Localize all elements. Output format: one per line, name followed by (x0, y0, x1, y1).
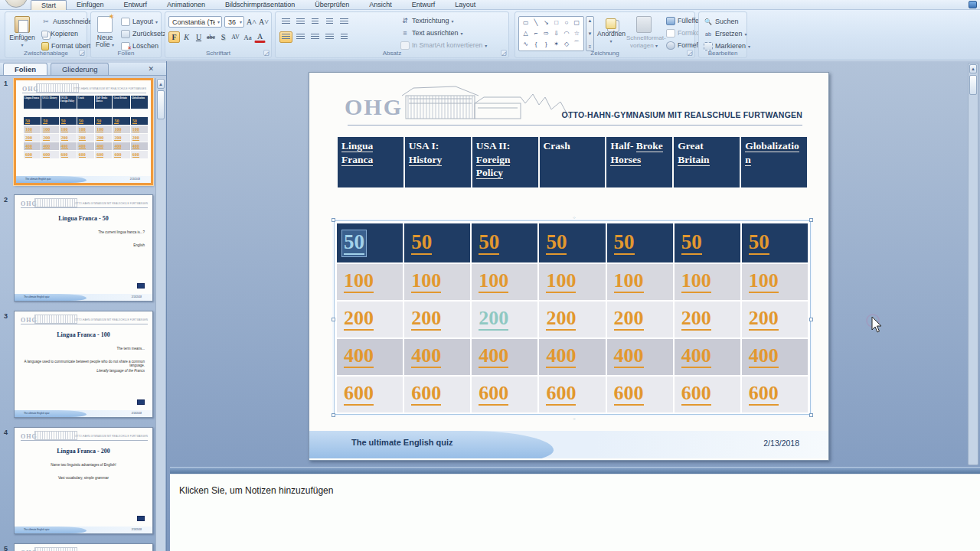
increase-indent-button[interactable] (323, 16, 336, 28)
selection-handle[interactable] (809, 318, 813, 321)
find-button[interactable]: Suchen (701, 16, 753, 27)
board-cell-100[interactable]: 100 (337, 264, 403, 300)
shape-icon[interactable]: ⌐ (531, 28, 541, 39)
board-cell-50[interactable]: 50 (607, 223, 673, 262)
board-cell-50[interactable]: 50 (675, 223, 740, 262)
text-shadow-button[interactable]: S (217, 31, 229, 43)
ribbon-tab-layout[interactable]: Layout (445, 0, 485, 10)
help-icon[interactable] (969, 1, 977, 8)
slide-thumbnail-1[interactable]: OHGOTTO-HAHN-GYMNASIUM MIT REALSCHULE FU… (14, 78, 153, 185)
font-dialog-launcher[interactable]: ◿ (263, 50, 270, 56)
slide-thumbnail-5[interactable]: OHGOTTO-HAHN-GYMNASIUM MIT REALSCHULE FU… (14, 543, 153, 551)
scroll-up-icon[interactable]: ▲ (969, 64, 977, 73)
shape-icon[interactable]: ⌒ (572, 39, 582, 50)
board-cell-200[interactable]: 200 (337, 302, 403, 337)
ribbon-tab-überprüfen[interactable]: Überprüfen (305, 0, 359, 10)
office-button[interactable] (5, 0, 28, 8)
board-cell-200[interactable]: 200 (675, 302, 740, 337)
ribbon-tab-start[interactable]: Start (31, 0, 67, 10)
align-center-button[interactable] (294, 31, 307, 43)
board-cell-400[interactable]: 400 (539, 339, 605, 375)
slide-thumbnail-2[interactable]: OHGOTTO-HAHN-GYMNASIUM MIT REALSCHULE FU… (14, 194, 153, 302)
italic-button[interactable]: K (181, 31, 192, 43)
category-cell[interactable]: Lingua Franca (338, 137, 403, 187)
board-cell-200[interactable]: 200 (404, 302, 470, 337)
category-cell[interactable]: Globalization (741, 137, 807, 187)
board-cell-600[interactable]: 600 (404, 377, 470, 412)
board-cell-400[interactable]: 400 (337, 339, 403, 375)
board-cell-50[interactable]: 50 (404, 223, 470, 262)
font-family-combo[interactable]: Constantia (Textk▾ (168, 16, 222, 28)
board-cell-100[interactable]: 100 (742, 264, 808, 300)
board-cell-600[interactable]: 600 (742, 377, 808, 412)
board-cell-600[interactable]: 600 (472, 377, 537, 412)
selection-handle[interactable] (809, 218, 813, 222)
line-spacing-button[interactable] (338, 16, 351, 28)
grow-font-button[interactable]: A˄ (246, 16, 257, 28)
columns-button[interactable] (338, 31, 351, 43)
editor-scrollbar[interactable]: ▲ (968, 63, 978, 465)
shape-icon[interactable]: ⇩ (551, 28, 561, 39)
board-cell-200[interactable]: 200 (742, 302, 808, 337)
board-cell-50[interactable]: 50 (539, 223, 605, 262)
shape-icon[interactable]: { (531, 39, 541, 50)
shape-icon[interactable]: ◠ (561, 28, 571, 39)
tab-gliederung[interactable]: Gliederung (51, 63, 109, 75)
selection-handle[interactable]: ⁘ (573, 214, 577, 220)
slide-thumbnail-4[interactable]: OHGOTTO-HAHN-GYMNASIUM MIT REALSCHULE FU… (14, 427, 153, 534)
shape-icon[interactable]: △ (521, 28, 531, 39)
new-slide-button[interactable]: Neue Folie ▾ (92, 15, 118, 51)
board-cell-100[interactable]: 100 (404, 264, 470, 300)
align-right-button[interactable] (309, 31, 322, 43)
scroll-up-icon[interactable]: ▲ (157, 79, 165, 89)
shape-icon[interactable]: ▭ (521, 18, 531, 28)
board-cell-100[interactable]: 100 (607, 264, 673, 300)
shape-icon[interactable]: ∿ (521, 39, 531, 50)
change-case-button[interactable]: Aa (242, 31, 253, 43)
shape-icon[interactable]: ╲ (531, 18, 541, 28)
shape-icon[interactable]: ◇ (561, 39, 571, 50)
category-cell[interactable]: Crash (540, 137, 606, 187)
panel-scrollbar[interactable]: ▲ (155, 78, 165, 551)
board-cell-200[interactable]: 200 (472, 302, 537, 337)
notes-pane[interactable]: Klicken Sie, um Notizen hinzuzufügen (170, 474, 980, 551)
slide-thumbnail-3[interactable]: OHGOTTO-HAHN-GYMNASIUM MIT REALSCHULE FU… (14, 311, 153, 418)
shapes-gallery[interactable]: ▭╲↘□○▢△⌐⇨⇩◠☆∿{}✶◇⌒ (518, 16, 584, 51)
selection-handle[interactable] (332, 318, 335, 321)
category-cell[interactable]: Great Britain (674, 137, 740, 187)
ribbon-tab-einfügen[interactable]: Einfügen (67, 0, 114, 10)
ribbon-tab-entwurf[interactable]: Entwurf (114, 0, 158, 10)
paste-button[interactable]: Einfügen ▾ (7, 15, 38, 51)
board-cell-400[interactable]: 400 (472, 339, 537, 375)
arrange-button[interactable]: Anordnen ▾ (596, 15, 626, 51)
notes-splitter[interactable] (170, 467, 980, 474)
board-cell-600[interactable]: 600 (337, 377, 403, 412)
text-direction-button[interactable]: Textrichtung▾ (398, 15, 489, 26)
shape-icon[interactable]: } (541, 39, 551, 50)
clipboard-dialog-launcher[interactable]: ◿ (79, 50, 85, 56)
font-size-combo[interactable]: 36▾ (224, 16, 244, 28)
panel-scrollbar-thumb[interactable] (157, 90, 165, 119)
ribbon-tab-entwurf[interactable]: Entwurf (402, 0, 446, 10)
tab-folien[interactable]: Folien (3, 63, 47, 75)
board-cell-400[interactable]: 400 (742, 339, 808, 375)
board-cell-50[interactable]: 50 (742, 223, 808, 262)
ribbon-tab-ansicht[interactable]: Ansicht (359, 0, 402, 10)
board-cell-600[interactable]: 600 (675, 377, 740, 412)
ribbon-tab-animationen[interactable]: Animationen (157, 0, 215, 10)
board-cell-50[interactable]: 50 (472, 223, 537, 262)
drawing-dialog-launcher[interactable]: ◿ (687, 50, 693, 56)
selection-handle[interactable] (332, 218, 335, 222)
align-left-button[interactable] (279, 31, 292, 43)
decrease-indent-button[interactable] (309, 16, 322, 28)
board-cell-100[interactable]: 100 (539, 264, 605, 300)
shapes-gallery-scroll[interactable]: ▲▼≡ (586, 16, 594, 51)
align-text-button[interactable]: Text ausrichten▾ (398, 28, 489, 38)
bullets-button[interactable] (279, 16, 292, 28)
paragraph-dialog-launcher[interactable]: ◿ (501, 50, 507, 56)
selection-handle[interactable]: ⁘ (573, 416, 577, 421)
selection-handle[interactable] (332, 413, 335, 417)
category-cell[interactable]: Half- Broke Horses (606, 137, 672, 187)
shape-icon[interactable]: ✶ (551, 39, 561, 50)
board-cell-400[interactable]: 400 (404, 339, 470, 375)
